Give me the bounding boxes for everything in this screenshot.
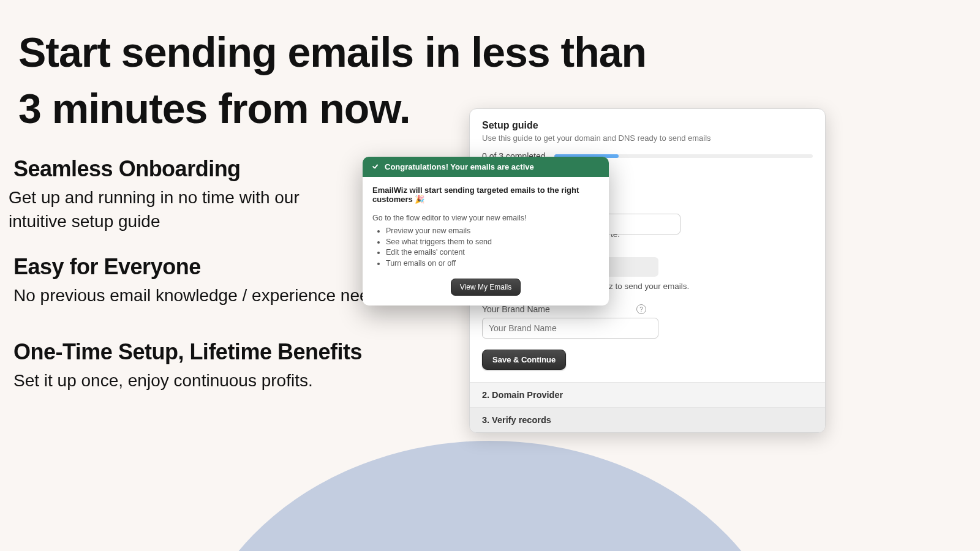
- hero-title-line1: Start sending emails in less than: [18, 24, 646, 81]
- check-icon: [371, 163, 380, 171]
- modal-header-text: Congratulations! Your emails are active: [385, 162, 534, 171]
- save-continue-button[interactable]: Save & Continue: [482, 350, 566, 370]
- modal-bullet: See what triggers them to send: [386, 237, 599, 248]
- feature-one-time-setup: One-Time Setup, Lifetime Benefits Set it…: [13, 339, 467, 392]
- feature-body: Get up and running in no time with our i…: [9, 186, 356, 233]
- modal-bullet: Turn emails on or off: [386, 258, 599, 269]
- setup-guide-title: Setup guide: [482, 120, 813, 131]
- background-blob: [184, 441, 796, 551]
- feature-heading: One-Time Setup, Lifetime Benefits: [13, 339, 467, 365]
- help-icon[interactable]: ?: [636, 304, 646, 314]
- success-modal: Congratulations! Your emails are active …: [363, 157, 609, 305]
- modal-header: Congratulations! Your emails are active: [363, 157, 609, 177]
- modal-lead: Go to the flow editor to view your new e…: [372, 214, 599, 222]
- feature-seamless-onboarding: Seamless Onboarding Get up and running i…: [13, 156, 356, 233]
- brand-name-label: Your Brand Name: [482, 304, 550, 314]
- brand-name-input[interactable]: [482, 318, 658, 339]
- modal-bullet: Preview your new emails: [386, 226, 599, 237]
- feature-body: Set it up once, enjoy continuous profits…: [13, 369, 467, 392]
- feature-heading: Seamless Onboarding: [13, 156, 356, 182]
- view-my-emails-button[interactable]: View My Emails: [451, 279, 521, 296]
- modal-bullet: Edit the emails' content: [386, 247, 599, 258]
- setup-guide-subtitle: Use this guide to get your domain and DN…: [482, 133, 813, 143]
- modal-title: EmailWiz will start sending targeted ema…: [372, 186, 599, 204]
- setup-step-3[interactable]: 3. Verify records: [470, 407, 825, 432]
- modal-bullet-list: Preview your new emails See what trigger…: [372, 226, 599, 269]
- setup-step-2[interactable]: 2. Domain Provider: [470, 382, 825, 407]
